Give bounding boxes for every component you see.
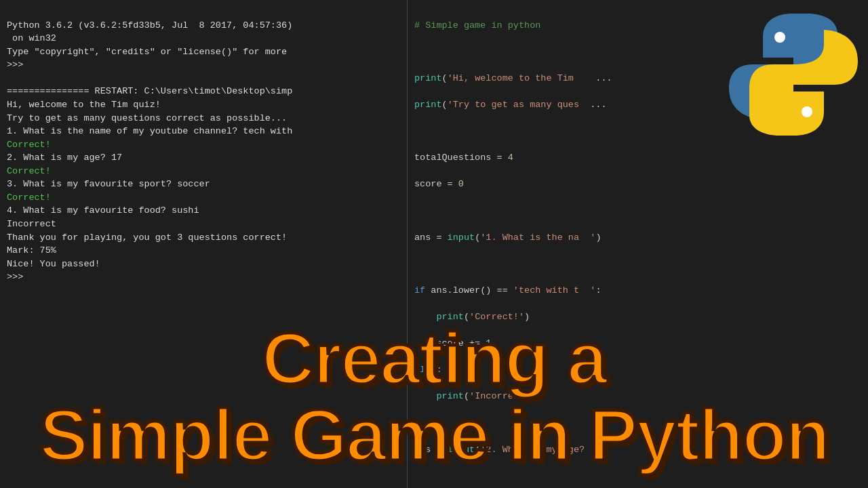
terminal-restart: =============== RESTART: C:\Users\timot\…	[7, 86, 292, 96]
code-line-score: score = 0	[414, 178, 861, 191]
terminal-correct1: Correct!	[7, 140, 51, 150]
terminal-mark: Mark: 75%	[7, 245, 56, 256]
terminal-line: Thank you for playing, you got 3 questio…	[7, 232, 287, 243]
code-panel: # Simple game in python print('Hi, welco…	[407, 0, 868, 488]
terminal-prompt2: >>>	[7, 272, 23, 282]
code-line-score1: score += 1	[414, 337, 861, 350]
terminal-prompt: >>>	[7, 60, 23, 70]
terminal-line: on win32	[7, 33, 56, 43]
code-line-print3: print('Correct!')	[414, 310, 861, 324]
code-line-print4: print('Incorrect')	[414, 390, 861, 403]
terminal-panel: Python 3.6.2 (v3.6.2:5fd33b5, Jul 8 2017…	[0, 0, 407, 488]
terminal-passed: Nice! You passed!	[7, 259, 100, 269]
terminal-line: Try to get as many questions correct as …	[7, 113, 287, 123]
code-line-ans2: ans = input('2. What is my age? ')	[414, 443, 861, 457]
python-logo	[726, 7, 861, 142]
terminal-incorrect: Incorrect	[7, 219, 56, 229]
terminal-output: Python 3.6.2 (v3.6.2:5fd33b5, Jul 8 2017…	[7, 5, 400, 310]
terminal-line: 3. What is my favourite sport? soccer	[7, 179, 210, 189]
code-line-blank5	[414, 416, 861, 430]
code-line-blank6	[414, 470, 861, 483]
svg-point-1	[802, 106, 812, 117]
terminal-line: 1. What is the name of my youtube channe…	[7, 126, 292, 136]
terminal-line: Type "copyright", "credits" or "license(…	[7, 47, 287, 57]
code-line-blank4	[414, 258, 861, 271]
code-line-totalq: totalQuestions = 4	[414, 151, 861, 165]
code-line-ans1: ans = input('1. What is the na ')	[414, 231, 861, 245]
terminal-line: Python 3.6.2 (v3.6.2:5fd33b5, Jul 8 2017…	[7, 20, 292, 30]
terminal-line: Hi, welcome to the Tim quiz!	[7, 100, 161, 110]
code-line-blank3	[414, 204, 861, 218]
terminal-line: 4. What is my favourite food? sushi	[7, 205, 199, 216]
terminal-correct2: Correct!	[7, 166, 51, 176]
terminal-line: 2. What is my age? 17	[7, 152, 122, 163]
code-line-if1: if ans.lower() == 'tech with t ':	[414, 284, 861, 298]
code-line-else1: else:	[414, 363, 861, 377]
main-container: Python 3.6.2 (v3.6.2:5fd33b5, Jul 8 2017…	[0, 0, 868, 488]
terminal-correct3: Correct!	[7, 192, 51, 203]
svg-point-0	[774, 32, 785, 43]
